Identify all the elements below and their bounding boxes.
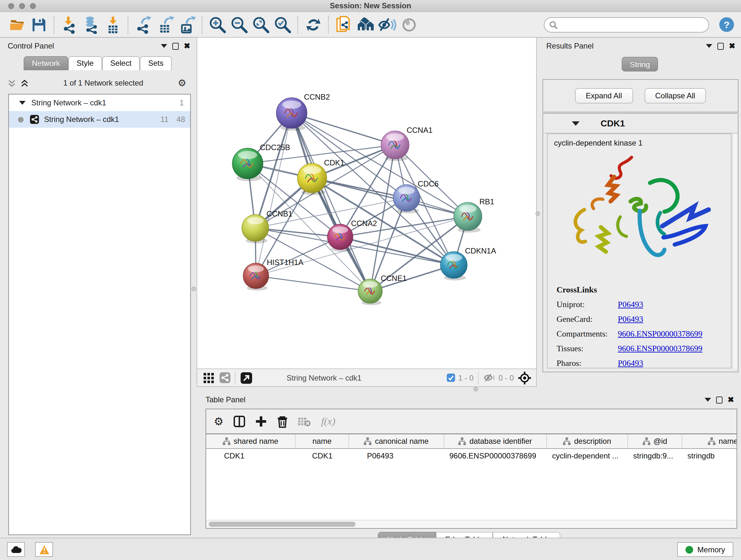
panel-menu-icon[interactable] [704,398,711,401]
zoom-in-icon[interactable] [208,15,227,34]
network-node[interactable]: HIST1H1A [243,258,304,291]
network-node[interactable]: CDK1 [297,159,344,195]
gear-icon[interactable]: ⚙ [214,415,224,428]
network-node[interactable]: CCNB2 [276,92,330,131]
export-network-icon[interactable] [134,15,153,34]
tab-string[interactable]: String [622,57,658,71]
column-header[interactable]: namespace [682,434,737,448]
column-header[interactable]: name [295,434,349,448]
network-node[interactable]: RB1 [454,197,494,233]
network-edge[interactable] [256,237,340,276]
eye-hide-icon[interactable] [378,15,397,34]
eye-sphere-icon[interactable] [400,15,419,34]
network-node[interactable]: CCNA1 [381,126,433,161]
crosslink-link[interactable]: P06493 [618,300,643,310]
tab-sets[interactable]: Sets [140,56,172,70]
splitter-handle[interactable] [192,287,196,291]
node-card-header[interactable]: CDK1 [543,114,738,133]
gear-icon[interactable]: ⚙ [178,77,186,89]
show-columns-icon[interactable] [234,416,246,427]
zoom-selected-icon[interactable] [273,15,292,34]
crosslink-link[interactable]: P06493 [618,314,643,324]
table-cell[interactable]: CDK1 [206,451,295,460]
search-input[interactable] [544,17,709,32]
export-image-icon[interactable] [178,15,197,34]
network-node[interactable]: CDC25B [232,143,290,181]
zoom-out-icon[interactable] [230,15,249,34]
collapse-all-button[interactable]: Collapse All [644,88,706,104]
save-icon[interactable] [29,15,49,34]
table-hscrollbar[interactable] [206,520,737,528]
birds-eye-icon[interactable] [518,371,531,384]
table-cell[interactable]: stringdb [682,451,737,460]
add-column-icon[interactable] [256,416,267,427]
table-header-row[interactable]: shared namenamecanonical namedatabase id… [206,434,737,449]
warnings-button[interactable] [35,542,53,557]
open-folder-icon[interactable] [8,15,27,34]
expand-all-button[interactable]: Expand All [575,88,633,104]
delete-column-icon[interactable] [277,415,288,428]
tab-style[interactable]: Style [68,56,102,70]
node-label: CDKN1A [465,246,496,255]
network-edge[interactable] [292,113,370,291]
string-document-icon[interactable] [334,15,354,34]
table-row[interactable]: CDK1CDK1P064939606.ENSP00000378699cyclin… [206,449,737,463]
column-header[interactable]: @id [628,434,682,448]
panel-menu-icon[interactable] [706,44,712,48]
collapse-triangle-icon[interactable] [572,121,580,125]
export-table-icon[interactable] [156,15,175,34]
memory-button[interactable]: Memory [677,542,733,557]
table-cell[interactable]: CDK1 [295,451,349,460]
tab-select[interactable]: Select [102,56,140,70]
string-home-icon[interactable] [356,15,375,34]
table-cell[interactable]: P06493 [349,451,444,460]
collapse-triangle-icon[interactable] [19,101,25,105]
network-node[interactable]: CCNE1 [358,274,407,305]
import-table-icon[interactable] [104,15,123,34]
table-cell[interactable]: cyclin-dependent ... [547,451,628,460]
crosslinks-section: CrossLinks Uniprot:P06493GeneCard:P06493… [556,285,702,368]
expand-all-icon[interactable] [20,79,29,87]
column-header[interactable]: description [547,434,628,448]
column-header[interactable]: shared name [206,434,295,448]
table-cell[interactable]: 9606.ENSP00000378699 [444,451,547,460]
detach-view-icon[interactable] [241,372,252,383]
grid-view-icon[interactable] [204,373,214,383]
collapse-all-icon[interactable] [8,79,16,87]
column-header[interactable]: canonical name [349,434,444,448]
network-canvas[interactable]: CCNB2CCNA1CDC25BCDK1CDC6RB1CCNB1CCNA2CDK… [197,38,536,369]
close-panel-icon[interactable]: ✖ [729,43,735,49]
refresh-icon[interactable] [304,15,323,34]
function-builder-icon: f(x) [321,416,335,427]
network-thumbnail-icon[interactable] [219,372,230,383]
close-panel-icon[interactable]: ✖ [728,396,734,403]
column-header[interactable]: database identifier [444,434,547,448]
help-icon[interactable]: ? [717,15,736,34]
float-panel-icon[interactable] [718,43,724,50]
import-network-icon[interactable] [60,15,79,34]
close-panel-icon[interactable]: ✖ [184,43,190,49]
tab-network[interactable]: Network [23,56,68,70]
network-row[interactable]: String Network – cdk1 11 48 [9,111,190,128]
zoom-fit-icon[interactable] [252,15,271,34]
table-cell[interactable]: stringdb:9... [628,451,682,460]
crosslink-link[interactable]: 9606.ENSP00000378699 [618,344,702,354]
crosslink-link[interactable]: P06493 [618,358,643,368]
crosslink-label: Pharos: [556,358,618,368]
network-edge[interactable] [256,276,370,291]
network-edge[interactable] [312,178,468,216]
selected-checkbox-icon[interactable] [447,374,455,382]
node-count: 11 [160,115,169,124]
network-node[interactable]: CDKN1A [441,246,496,280]
crosslink-link[interactable]: 9606.ENSP00000378699 [618,329,702,339]
float-panel-icon[interactable] [172,43,179,50]
cloud-button[interactable] [7,542,25,557]
panel-menu-icon[interactable] [161,44,167,48]
hscroll-thumb[interactable] [209,522,355,527]
network-collection-row[interactable]: String Network – cdk1 1 [9,95,190,111]
network-node[interactable]: CDC6 [393,179,439,213]
import-database-icon[interactable] [82,15,101,34]
network-edge[interactable] [292,113,395,145]
float-panel-icon[interactable] [716,396,723,403]
results-scrollbar[interactable] [732,133,737,368]
